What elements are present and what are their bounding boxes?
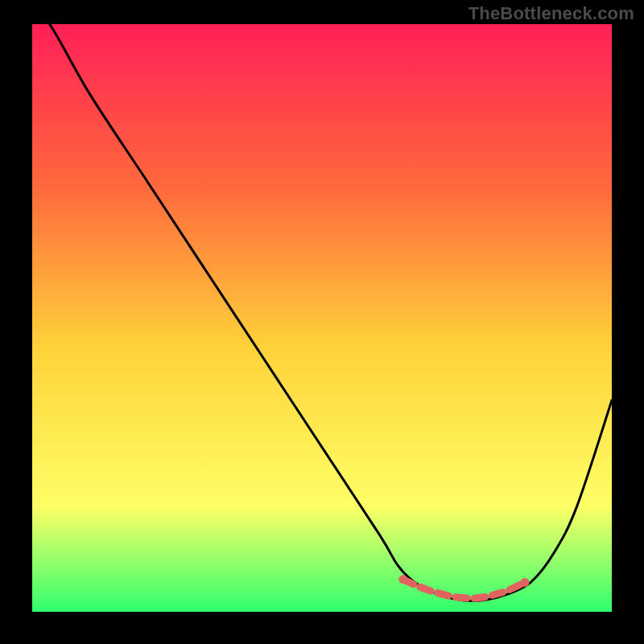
chart-plot-area <box>32 24 612 612</box>
marker-dot-start <box>398 575 407 584</box>
watermark-text: TheBottleneck.com <box>469 3 634 24</box>
marker-dot-end <box>521 578 530 587</box>
gradient-background <box>32 24 612 612</box>
chart-frame: TheBottleneck.com <box>0 0 644 644</box>
chart-svg <box>32 24 612 612</box>
